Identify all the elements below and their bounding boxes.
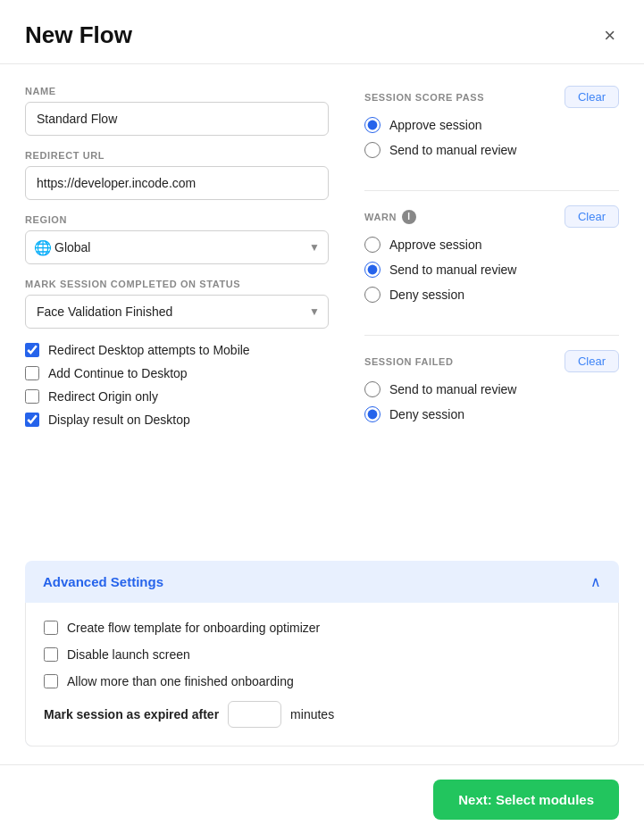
warn-approve-label: Approve session — [389, 238, 482, 252]
session-score-header: SESSION SCORE PASS Clear — [364, 86, 619, 108]
checkbox-flow-template[interactable]: Create flow template for onboarding opti… — [44, 621, 600, 635]
failed-manual-radio-input[interactable] — [364, 381, 381, 397]
expire-stepper-input[interactable] — [228, 701, 281, 728]
warn-clear-button[interactable]: Clear — [565, 205, 619, 228]
modal-body: NAME REDIRECT URL REGION 🌐 Global ▼ — [0, 64, 644, 561]
chevron-up-icon: ∧ — [590, 573, 601, 590]
session-score-label: SESSION SCORE PASS — [364, 92, 484, 103]
warn-approve-radio-input[interactable] — [364, 237, 381, 253]
warn-radio-group: Approve session Send to manual review De… — [364, 237, 619, 303]
checkbox-flow-template-input[interactable] — [44, 621, 58, 635]
checkbox-add-continue[interactable]: Add Continue to Desktop — [25, 366, 329, 380]
failed-manual-radio[interactable]: Send to manual review — [364, 381, 619, 397]
session-failed-clear-button[interactable]: Clear — [565, 350, 619, 372]
score-approve-radio[interactable]: Approve session — [364, 117, 619, 133]
checkbox-redirect-desktop[interactable]: Redirect Desktop attempts to Mobile — [25, 343, 329, 357]
modal-header: New Flow × — [0, 0, 644, 64]
score-manual-radio[interactable]: Send to manual review — [364, 142, 619, 158]
mark-session-select[interactable]: Face Validation Finished — [25, 295, 329, 329]
session-failed-section: SESSION FAILED Clear Send to manual revi… — [364, 350, 619, 422]
advanced-settings-container: Advanced Settings ∧ Create flow template… — [0, 561, 644, 764]
region-select[interactable]: Global — [25, 230, 329, 264]
warn-info-icon[interactable]: i — [402, 210, 416, 224]
score-manual-radio-input[interactable] — [364, 142, 381, 158]
session-failed-header: SESSION FAILED Clear — [364, 350, 619, 372]
checkbox-redirect-origin-input[interactable] — [25, 389, 39, 404]
failed-deny-radio[interactable]: Deny session — [364, 406, 619, 422]
session-failed-label: SESSION FAILED — [364, 356, 453, 367]
globe-icon: 🌐 — [34, 239, 52, 256]
checkbox-add-continue-label: Add Continue to Desktop — [48, 366, 188, 380]
modal-footer: Next: Select modules — [0, 764, 644, 834]
checkbox-disable-launch-label: Disable launch screen — [67, 647, 190, 662]
mark-session-label: MARK SESSION COMPLETED ON STATUS — [25, 279, 329, 289]
checkbox-display-result-label: Display result on Desktop — [48, 413, 190, 427]
name-field-group: NAME — [25, 86, 329, 136]
session-score-clear-button[interactable]: Clear — [565, 86, 619, 108]
session-score-radio-group: Approve session Send to manual review — [364, 117, 619, 158]
warn-deny-radio-input[interactable] — [364, 287, 381, 303]
advanced-settings-header[interactable]: Advanced Settings ∧ — [25, 561, 619, 603]
region-field-group: REGION 🌐 Global ▼ — [25, 214, 329, 264]
checkbox-redirect-desktop-label: Redirect Desktop attempts to Mobile — [48, 343, 250, 357]
expire-label: Mark session as expired after — [44, 707, 219, 721]
checkbox-allow-more[interactable]: Allow more than one finished onboarding — [44, 674, 600, 688]
left-column: NAME REDIRECT URL REGION 🌐 Global ▼ — [25, 86, 329, 539]
next-button[interactable]: Next: Select modules — [433, 780, 619, 820]
expire-stepper-wrapper — [228, 701, 281, 728]
checkbox-redirect-origin-label: Redirect Origin only — [48, 389, 158, 404]
checkbox-allow-more-label: Allow more than one finished onboarding — [67, 674, 294, 688]
warn-deny-radio[interactable]: Deny session — [364, 287, 619, 303]
redirect-label: REDIRECT URL — [25, 150, 329, 161]
failed-deny-radio-input[interactable] — [364, 406, 381, 422]
score-approve-radio-input[interactable] — [364, 117, 381, 133]
score-manual-label: Send to manual review — [389, 143, 516, 157]
region-select-wrapper: 🌐 Global ▼ — [25, 230, 329, 264]
advanced-settings-body: Create flow template for onboarding opti… — [25, 603, 619, 746]
mark-session-select-wrapper: Face Validation Finished ▼ — [25, 295, 329, 329]
checkbox-flow-template-label: Create flow template for onboarding opti… — [67, 621, 320, 635]
session-failed-radio-group: Send to manual review Deny session — [364, 381, 619, 422]
region-label: REGION — [25, 214, 329, 225]
close-button[interactable]: × — [600, 22, 619, 49]
checkbox-redirect-origin[interactable]: Redirect Origin only — [25, 389, 329, 404]
checkbox-allow-more-input[interactable] — [44, 674, 58, 688]
warn-manual-radio[interactable]: Send to manual review — [364, 262, 619, 278]
right-column: SESSION SCORE PASS Clear Approve session… — [364, 86, 619, 539]
checkbox-display-result-input[interactable] — [25, 413, 39, 427]
checkbox-disable-launch-input[interactable] — [44, 647, 58, 662]
checkbox-display-result[interactable]: Display result on Desktop — [25, 413, 329, 427]
failed-deny-label: Deny session — [389, 407, 464, 421]
warn-manual-radio-input[interactable] — [364, 262, 381, 278]
score-approve-label: Approve session — [389, 118, 482, 132]
modal-title: New Flow — [25, 21, 132, 49]
advanced-section: Advanced Settings ∧ Create flow template… — [25, 561, 619, 746]
checkbox-redirect-desktop-input[interactable] — [25, 343, 39, 357]
warn-deny-label: Deny session — [389, 288, 464, 302]
checkbox-disable-launch[interactable]: Disable launch screen — [44, 647, 600, 662]
mark-session-field-group: MARK SESSION COMPLETED ON STATUS Face Va… — [25, 279, 329, 329]
redirect-field-group: REDIRECT URL — [25, 150, 329, 200]
expire-minutes-label: minutes — [290, 707, 334, 721]
new-flow-modal: New Flow × NAME REDIRECT URL REGION 🌐 — [0, 0, 644, 834]
advanced-settings-title: Advanced Settings — [43, 574, 163, 589]
warn-section: WARN i Clear Approve session Send to man… — [364, 205, 619, 303]
warn-header: WARN i Clear — [364, 205, 619, 228]
failed-manual-label: Send to manual review — [389, 382, 516, 396]
session-score-section: SESSION SCORE PASS Clear Approve session… — [364, 86, 619, 158]
warn-manual-label: Send to manual review — [389, 263, 516, 277]
redirect-input[interactable] — [25, 166, 329, 200]
warn-approve-radio[interactable]: Approve session — [364, 237, 619, 253]
warn-label: WARN i — [364, 210, 416, 224]
checkboxes-group: Redirect Desktop attempts to Mobile Add … — [25, 343, 329, 427]
name-label: NAME — [25, 86, 329, 96]
expire-row: Mark session as expired after minutes — [44, 701, 600, 728]
name-input[interactable] — [25, 102, 329, 136]
checkbox-add-continue-input[interactable] — [25, 366, 39, 380]
